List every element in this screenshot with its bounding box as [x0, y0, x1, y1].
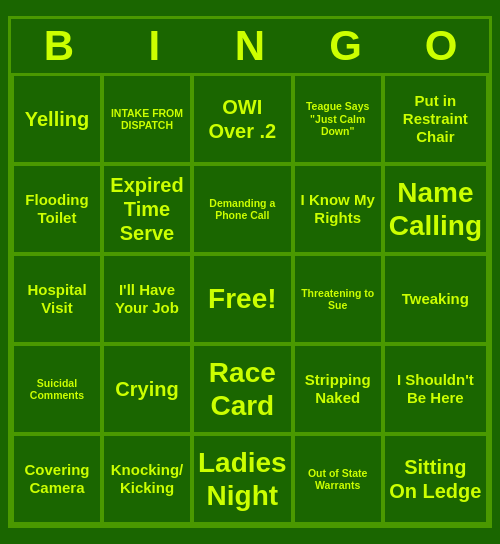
bingo-cell-10[interactable]: Hospital Visit [13, 255, 101, 343]
cell-text-12: Free! [208, 282, 276, 316]
bingo-cell-4[interactable]: Put in Restraint Chair [384, 75, 487, 163]
bingo-cell-0[interactable]: Yelling [13, 75, 101, 163]
cell-text-18: Stripping Naked [299, 371, 377, 407]
cell-text-5: Flooding Toilet [18, 191, 96, 227]
header-letter-n: N [202, 19, 298, 73]
bingo-cell-1[interactable]: INTAKE FROM DISPATCH [103, 75, 191, 163]
cell-text-2: OWI Over .2 [198, 95, 287, 143]
bingo-cell-7[interactable]: Demanding a Phone Call [193, 165, 292, 253]
bingo-cell-12[interactable]: Free! [193, 255, 292, 343]
cell-text-22: Ladies Night [198, 446, 287, 513]
cell-text-16: Crying [115, 377, 178, 401]
header-letter-o: O [393, 19, 489, 73]
bingo-cell-11[interactable]: I'll Have Your Job [103, 255, 191, 343]
header-letter-b: B [11, 19, 107, 73]
cell-text-14: Tweaking [402, 290, 469, 308]
bingo-cell-19[interactable]: I Shouldn't Be Here [384, 345, 487, 433]
bingo-cell-3[interactable]: Teague Says "Just Calm Down" [294, 75, 382, 163]
bingo-cell-18[interactable]: Stripping Naked [294, 345, 382, 433]
bingo-cell-17[interactable]: Race Card [193, 345, 292, 433]
bingo-cell-24[interactable]: Sitting On Ledge [384, 435, 487, 523]
bingo-cell-14[interactable]: Tweaking [384, 255, 487, 343]
cell-text-21: Knocking/ Kicking [108, 461, 186, 497]
cell-text-6: Expired Time Serve [108, 173, 186, 245]
cell-text-23: Out of State Warrants [299, 467, 377, 492]
cell-text-10: Hospital Visit [18, 281, 96, 317]
bingo-cell-9[interactable]: Name Calling [384, 165, 487, 253]
bingo-cell-21[interactable]: Knocking/ Kicking [103, 435, 191, 523]
cell-text-7: Demanding a Phone Call [198, 197, 287, 222]
cell-text-8: I Know My Rights [299, 191, 377, 227]
cell-text-15: Suicidal Comments [18, 377, 96, 402]
header-letter-g: G [298, 19, 394, 73]
bingo-cell-23[interactable]: Out of State Warrants [294, 435, 382, 523]
bingo-card: BINGO YellingINTAKE FROM DISPATCHOWI Ove… [8, 16, 492, 528]
cell-text-11: I'll Have Your Job [108, 281, 186, 317]
cell-text-4: Put in Restraint Chair [389, 92, 482, 146]
cell-text-1: INTAKE FROM DISPATCH [108, 107, 186, 132]
cell-text-0: Yelling [25, 107, 89, 131]
bingo-grid: YellingINTAKE FROM DISPATCHOWI Over .2Te… [11, 73, 489, 525]
bingo-cell-8[interactable]: I Know My Rights [294, 165, 382, 253]
bingo-cell-20[interactable]: Covering Camera [13, 435, 101, 523]
cell-text-9: Name Calling [389, 176, 482, 243]
bingo-cell-5[interactable]: Flooding Toilet [13, 165, 101, 253]
cell-text-20: Covering Camera [18, 461, 96, 497]
cell-text-19: I Shouldn't Be Here [389, 371, 482, 407]
cell-text-3: Teague Says "Just Calm Down" [299, 100, 377, 138]
bingo-header: BINGO [11, 19, 489, 73]
bingo-cell-15[interactable]: Suicidal Comments [13, 345, 101, 433]
header-letter-i: I [107, 19, 203, 73]
bingo-cell-16[interactable]: Crying [103, 345, 191, 433]
cell-text-13: Threatening to Sue [299, 287, 377, 312]
bingo-cell-6[interactable]: Expired Time Serve [103, 165, 191, 253]
cell-text-24: Sitting On Ledge [389, 455, 482, 503]
bingo-cell-22[interactable]: Ladies Night [193, 435, 292, 523]
bingo-cell-2[interactable]: OWI Over .2 [193, 75, 292, 163]
bingo-cell-13[interactable]: Threatening to Sue [294, 255, 382, 343]
cell-text-17: Race Card [198, 356, 287, 423]
